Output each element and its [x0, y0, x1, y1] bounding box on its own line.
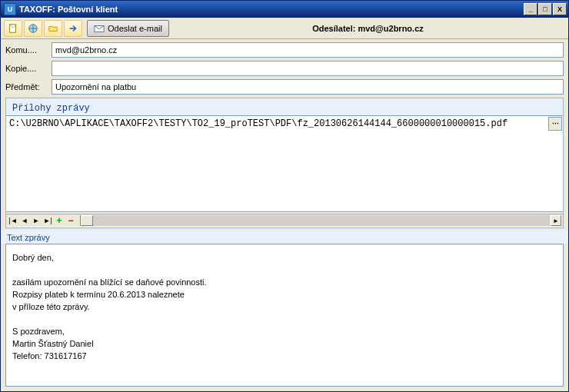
cc-input[interactable]	[52, 61, 564, 76]
app-icon: U	[4, 3, 16, 15]
subject-row: Předmět:	[5, 79, 564, 95]
folder-icon	[48, 23, 58, 34]
attachments-list: ⋯	[6, 115, 563, 212]
record-navigator: |◄ ◄ ► ►| + − ►	[6, 214, 563, 228]
close-button[interactable]: X	[553, 3, 567, 15]
message-body[interactable]: Dobrý den, zasílám upozornění na blížící…	[5, 244, 564, 387]
attachment-path-input[interactable]	[6, 116, 548, 131]
toolbar: Odeslat e-mail Odesílatel: mvd@u2brno.cz	[1, 18, 568, 39]
to-label: Komu....	[5, 45, 48, 55]
cc-label: Kopie....	[5, 64, 48, 73]
window-buttons: _ □ X	[524, 3, 567, 15]
header-fields: Komu.... Kopie.... Předmět:	[1, 39, 568, 96]
nav-last-button[interactable]: ►|	[42, 215, 53, 226]
new-mail-button[interactable]	[4, 20, 22, 37]
reply-button[interactable]	[24, 20, 42, 37]
to-row: Komu....	[5, 42, 564, 58]
maximize-button[interactable]: □	[538, 3, 552, 15]
nav-scroll-right-button[interactable]: ►	[551, 215, 561, 226]
subject-input[interactable]	[52, 79, 564, 95]
window-title: TAXOFF: Poštovní klient	[19, 5, 524, 14]
nav-first-button[interactable]: |◄	[8, 215, 18, 226]
attachments-panel: Přílohy zprávy ⋯ |◄ ◄ ► ►| + − ►	[5, 98, 564, 228]
subject-label: Předmět:	[5, 82, 48, 91]
mail-client-window: U TAXOFF: Poštovní klient _ □ X Odeslat …	[0, 0, 569, 392]
nav-scrollbar[interactable]	[80, 215, 550, 226]
globe-icon	[28, 23, 38, 34]
arrow-right-icon	[68, 23, 78, 34]
sender-label: Odesílatel: mvd@u2brno.cz	[171, 24, 565, 33]
attachment-row: ⋯	[6, 116, 563, 131]
attachment-browse-button[interactable]: ⋯	[548, 117, 562, 131]
nav-remove-button[interactable]: −	[65, 215, 76, 226]
send-email-label: Odeslat e-mail	[108, 24, 162, 33]
cc-row: Kopie....	[5, 61, 564, 76]
message-body-label: Text zprávy	[1, 230, 568, 244]
forward-button[interactable]	[64, 20, 82, 37]
attachments-label: Přílohy zprávy	[6, 98, 563, 115]
nav-add-button[interactable]: +	[54, 215, 65, 226]
nav-next-button[interactable]: ►	[31, 215, 42, 226]
attach-button[interactable]	[44, 20, 62, 37]
document-icon	[8, 23, 18, 34]
send-email-button[interactable]: Odeslat e-mail	[87, 20, 169, 37]
titlebar: U TAXOFF: Poštovní klient _ □ X	[1, 1, 568, 18]
minimize-button[interactable]: _	[524, 3, 537, 15]
nav-prev-button[interactable]: ◄	[19, 215, 30, 226]
envelope-icon	[94, 23, 105, 34]
to-input[interactable]	[52, 42, 564, 58]
